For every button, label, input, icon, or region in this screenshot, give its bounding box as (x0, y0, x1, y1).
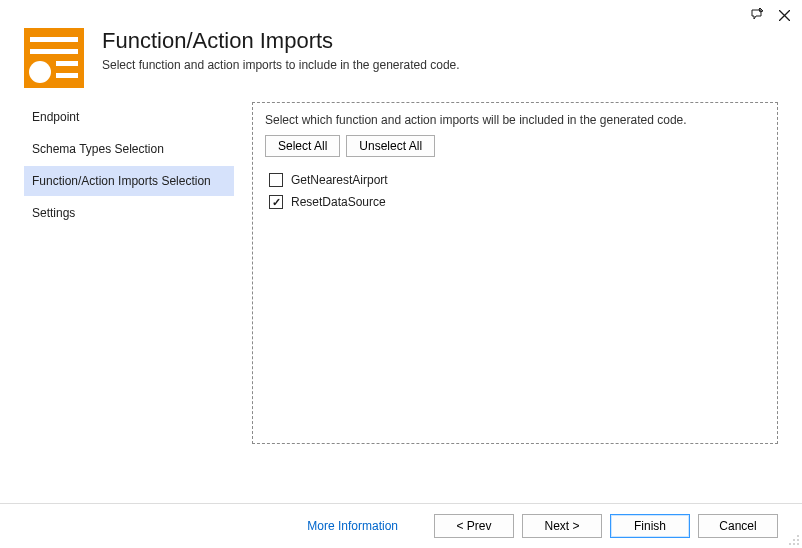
sidebar-item-endpoint[interactable]: Endpoint (24, 102, 234, 132)
sidebar-item-function-action-imports[interactable]: Function/Action Imports Selection (24, 166, 234, 196)
content-panel: Select which function and action imports… (252, 102, 778, 444)
wizard-footer: More Information < Prev Next > Finish Ca… (0, 503, 802, 548)
svg-point-3 (797, 543, 799, 545)
svg-point-5 (789, 543, 791, 545)
wizard-header: Function/Action Imports Select function … (0, 0, 802, 102)
wizard-steps-sidebar: Endpoint Schema Types Selection Function… (24, 102, 234, 472)
unselect-all-button[interactable]: Unselect All (346, 135, 435, 157)
resize-grip-icon[interactable] (788, 534, 800, 546)
svg-point-2 (793, 539, 795, 541)
list-item[interactable]: GetNearestAirport (265, 169, 765, 191)
more-information-link[interactable]: More Information (307, 519, 398, 533)
page-title: Function/Action Imports (102, 28, 460, 54)
prev-button[interactable]: < Prev (434, 514, 514, 538)
sidebar-item-label: Function/Action Imports Selection (32, 174, 211, 188)
svg-point-4 (793, 543, 795, 545)
svg-point-0 (797, 535, 799, 537)
sidebar-item-label: Settings (32, 206, 75, 220)
page-subtitle: Select function and action imports to in… (102, 58, 460, 72)
checkbox[interactable] (269, 195, 283, 209)
list-item[interactable]: ResetDataSource (265, 191, 765, 213)
checkbox[interactable] (269, 173, 283, 187)
sidebar-item-settings[interactable]: Settings (24, 198, 234, 228)
svg-point-1 (797, 539, 799, 541)
list-item-label: ResetDataSource (291, 195, 386, 209)
sidebar-item-schema-types[interactable]: Schema Types Selection (24, 134, 234, 164)
next-button[interactable]: Next > (522, 514, 602, 538)
feedback-icon[interactable] (750, 8, 765, 23)
finish-button[interactable]: Finish (610, 514, 690, 538)
cancel-button[interactable]: Cancel (698, 514, 778, 538)
wizard-icon (24, 28, 84, 88)
list-item-label: GetNearestAirport (291, 173, 388, 187)
sidebar-item-label: Schema Types Selection (32, 142, 164, 156)
select-all-button[interactable]: Select All (265, 135, 340, 157)
close-icon[interactable] (779, 10, 790, 21)
content-description: Select which function and action imports… (265, 113, 765, 127)
sidebar-item-label: Endpoint (32, 110, 79, 124)
imports-list: GetNearestAirport ResetDataSource (265, 169, 765, 213)
